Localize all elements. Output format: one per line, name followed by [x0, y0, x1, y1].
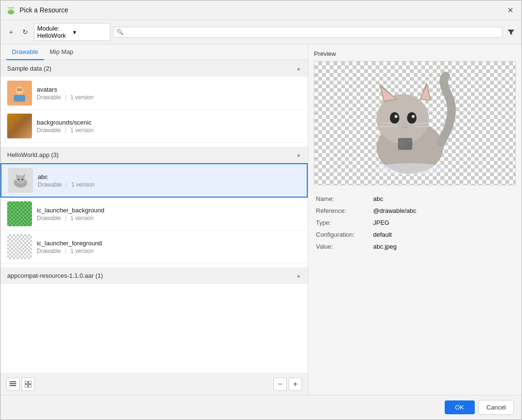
cat-thumb-icon — [11, 171, 30, 190]
dialog-footer: OK Cancel — [0, 395, 522, 420]
section-toggle[interactable]: ▲ — [296, 273, 301, 278]
preview-title: Preview — [314, 50, 516, 57]
left-panel: Drawable Mip Map Sample data (2) ▲ — [0, 44, 308, 395]
svg-point-13 — [18, 178, 20, 180]
item-name: abc — [38, 173, 300, 180]
cancel-button[interactable]: Cancel — [479, 400, 514, 415]
item-meta: Drawable | 1 version — [38, 181, 300, 188]
item-info: backgrounds/scenic Drawable | 1 version — [37, 119, 301, 134]
svg-rect-20 — [25, 385, 28, 388]
svg-point-2 — [12, 10, 13, 11]
svg-rect-15 — [10, 381, 16, 382]
prop-label-reference: Reference: — [314, 205, 371, 217]
svg-rect-38 — [400, 140, 404, 146]
item-thumbnail — [7, 114, 32, 138]
svg-point-14 — [21, 178, 23, 180]
list-item[interactable]: backgrounds/scenic Drawable | 1 version — [0, 110, 308, 143]
tabs: Drawable Mip Map — [0, 44, 308, 60]
android-icon — [6, 5, 16, 15]
svg-point-28 — [390, 112, 399, 124]
svg-point-0 — [8, 10, 14, 14]
section-title: HelloWorld.app (3) — [7, 151, 59, 158]
prop-row-type: Type: JPEG — [314, 217, 516, 229]
dialog-title: Pick a Resource — [20, 6, 501, 14]
prop-value-value: abc.jpeg — [371, 241, 516, 252]
section-helloworld: HelloWorld.app (3) ▲ — [0, 147, 308, 163]
svg-rect-18 — [25, 381, 28, 384]
zoom-out-button[interactable]: − — [273, 378, 287, 391]
section-toggle[interactable]: ▲ — [296, 152, 301, 158]
list-item[interactable]: ic_launcher_foreground Drawable | 1 vers… — [0, 231, 308, 263]
prop-label-value: Value: — [314, 241, 371, 252]
svg-point-39 — [374, 163, 446, 175]
tab-drawable[interactable]: Drawable — [6, 44, 44, 60]
prop-row-reference: Reference: @drawable/abc — [314, 205, 516, 217]
svg-rect-17 — [10, 385, 16, 386]
svg-point-29 — [407, 112, 417, 124]
item-meta: Drawable | 1 version — [37, 127, 301, 134]
svg-point-31 — [412, 115, 415, 118]
toolbar: + ↻ Module: HelloWork ▾ 🔍 — [0, 20, 522, 44]
prop-value-name: abc — [371, 193, 516, 205]
list-view-button[interactable] — [6, 378, 20, 391]
prop-value-type: JPEG — [371, 217, 516, 229]
search-input[interactable] — [125, 29, 499, 36]
item-info: ic_launcher_foreground Drawable | 1 vers… — [37, 240, 301, 254]
prop-row-config: Configuration: default — [314, 229, 516, 241]
zoom-buttons: − + — [273, 378, 302, 391]
list-item[interactable]: ic_launcher_background Drawable | 1 vers… — [0, 198, 308, 231]
item-thumbnail — [7, 81, 32, 105]
section-sample-data: Sample data (2) ▲ — [0, 60, 308, 77]
item-thumbnail — [7, 201, 32, 226]
svg-rect-6 — [14, 95, 25, 102]
close-button[interactable]: ✕ — [504, 4, 516, 16]
properties-table: Name: abc Reference: @drawable/abc Type:… — [314, 193, 516, 252]
item-info: avatars Drawable | 1 version — [37, 86, 301, 101]
preview-image-area — [314, 61, 516, 185]
grid-view-button[interactable] — [21, 378, 35, 391]
item-info: ic_launcher_background Drawable | 1 vers… — [37, 207, 301, 221]
item-name: ic_launcher_background — [37, 207, 301, 214]
section-title: appcompat-resources-1.1.0.aar (1) — [7, 272, 103, 279]
section-title: Sample data (2) — [7, 65, 52, 72]
prop-value-reference: @drawable/abc — [371, 205, 516, 217]
svg-line-4 — [13, 7, 14, 8]
prop-row-name: Name: abc — [314, 193, 516, 205]
filter-button[interactable] — [505, 26, 517, 38]
zoom-in-button[interactable]: + — [289, 378, 302, 391]
svg-line-3 — [8, 7, 9, 8]
prop-value-config: default — [371, 229, 516, 241]
item-name: ic_launcher_foreground — [37, 240, 301, 247]
pick-resource-dialog: Pick a Resource ✕ + ↻ Module: HelloWork … — [0, 0, 522, 420]
section-toggle[interactable]: ▲ — [296, 66, 301, 71]
svg-point-1 — [9, 10, 10, 11]
add-button[interactable]: + — [5, 26, 17, 38]
ok-button[interactable]: OK — [445, 400, 475, 414]
svg-point-30 — [395, 115, 397, 118]
prop-label-config: Configuration: — [314, 229, 371, 241]
tab-mipmap[interactable]: Mip Map — [44, 44, 79, 60]
title-bar: Pick a Resource ✕ — [0, 0, 522, 20]
prop-label-type: Type: — [314, 217, 371, 229]
search-box: 🔍 — [113, 27, 502, 38]
module-label: Module: HelloWork — [37, 25, 71, 39]
svg-rect-16 — [10, 383, 16, 384]
svg-rect-19 — [29, 381, 31, 384]
list-item-selected[interactable]: abc Drawable | 1 version — [0, 163, 308, 198]
item-meta: Drawable | 1 version — [37, 248, 301, 254]
list-view-icon — [10, 381, 16, 388]
item-thumbnail — [7, 234, 32, 259]
item-info: abc Drawable | 1 version — [38, 173, 300, 188]
view-buttons — [6, 378, 35, 391]
item-meta: Drawable | 1 version — [37, 215, 301, 221]
resource-list: Sample data (2) ▲ avatars — [0, 60, 308, 373]
list-item[interactable]: avatars Drawable | 1 version — [0, 77, 308, 110]
svg-point-8 — [16, 86, 23, 94]
prop-label-name: Name: — [314, 193, 371, 205]
item-meta: Drawable | 1 version — [37, 94, 301, 101]
item-name: backgrounds/scenic — [37, 119, 301, 126]
prop-row-value: Value: abc.jpeg — [314, 241, 516, 252]
section-appcompat: appcompat-resources-1.1.0.aar (1) ▲ — [0, 267, 308, 284]
refresh-button[interactable]: ↻ — [20, 26, 31, 38]
module-dropdown[interactable]: Module: HelloWork ▾ — [34, 23, 110, 41]
